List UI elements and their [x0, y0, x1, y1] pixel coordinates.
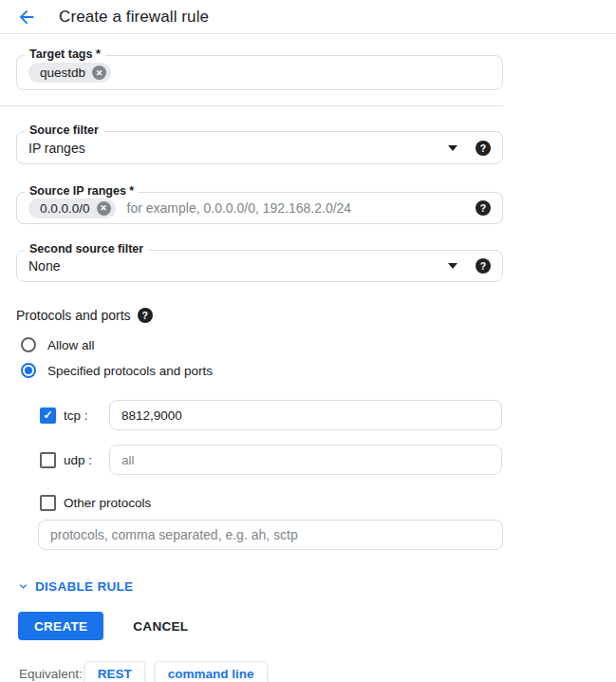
- close-icon: ✕: [96, 68, 103, 78]
- rest-button[interactable]: REST: [84, 661, 145, 682]
- source-filter-select[interactable]: Source filter IP ranges ?: [16, 131, 503, 164]
- action-buttons: CREATE CANCEL: [18, 612, 503, 640]
- target-tags-label: Target tags *: [25, 47, 105, 61]
- source-filter-value: IP ranges: [28, 141, 85, 156]
- source-filter-label: Source filter: [25, 123, 103, 137]
- tcp-label: tcp :: [64, 408, 109, 423]
- page-title: Create a firewall rule: [59, 8, 209, 27]
- chevron-down-icon: [448, 145, 457, 151]
- source-ip-placeholder: for example, 0.0.0.0/0, 192.168.2.0/24: [127, 200, 352, 216]
- other-protocols-input[interactable]: [38, 520, 503, 550]
- radio-specified-protocols[interactable]: Specified protocols and ports: [21, 359, 503, 382]
- udp-row: udp :: [40, 445, 503, 475]
- tcp-checkbox[interactable]: ✓: [40, 407, 56, 424]
- other-protocols-checkbox[interactable]: [40, 495, 56, 511]
- target-tags-field[interactable]: Target tags * questdb ✕: [16, 55, 503, 90]
- equivalent-row: Equivalent: REST command line: [19, 661, 503, 682]
- tcp-ports-input[interactable]: [109, 400, 502, 430]
- radio-button-icon[interactable]: [21, 337, 36, 352]
- disable-rule-toggle[interactable]: DISABLE RULE: [16, 579, 133, 594]
- radio-button-selected-icon[interactable]: [21, 363, 36, 378]
- target-tag-chip: questdb ✕: [28, 63, 111, 83]
- source-ip-chip: 0.0.0.0/0 ✕: [28, 199, 116, 218]
- checkmark-icon: ✓: [43, 409, 52, 421]
- page-header: Create a firewall rule: [0, 0, 616, 34]
- source-ip-chip-text: 0.0.0.0/0: [40, 201, 90, 216]
- second-source-filter-help-icon[interactable]: ?: [476, 258, 491, 274]
- source-ip-help-icon[interactable]: ?: [476, 200, 491, 216]
- radio-specified-protocols-label: Specified protocols and ports: [47, 364, 213, 378]
- source-filter-help-icon[interactable]: ?: [476, 141, 491, 156]
- protocols-help-icon[interactable]: ?: [138, 308, 153, 323]
- back-button[interactable]: [14, 5, 39, 29]
- udp-ports-input[interactable]: [109, 445, 502, 475]
- second-source-filter-select[interactable]: Second source filter None ?: [16, 250, 503, 282]
- tcp-row: ✓ tcp :: [40, 400, 503, 430]
- cancel-button[interactable]: CANCEL: [127, 618, 194, 635]
- equivalent-label: Equivalent:: [19, 667, 83, 681]
- create-button[interactable]: CREATE: [18, 612, 103, 640]
- disable-rule-label: DISABLE RULE: [35, 579, 133, 594]
- second-source-filter-value: None: [28, 258, 60, 274]
- second-source-filter-label: Second source filter: [25, 242, 148, 256]
- arrow-left-icon: [16, 7, 37, 28]
- target-tag-chip-text: questdb: [40, 66, 85, 80]
- udp-label: udp :: [64, 453, 109, 467]
- remove-ip-button[interactable]: ✕: [97, 201, 111, 216]
- udp-checkbox[interactable]: [40, 452, 56, 468]
- other-protocols-label: Other protocols: [64, 496, 151, 510]
- source-ip-ranges-label: Source IP ranges *: [25, 184, 139, 198]
- chevron-down-icon: [448, 263, 457, 269]
- radio-allow-all-label: Allow all: [47, 338, 95, 352]
- chevron-down-icon: [16, 579, 30, 594]
- close-icon: ✕: [100, 203, 107, 213]
- command-line-button[interactable]: command line: [155, 661, 268, 682]
- section-divider: [0, 105, 503, 106]
- protocols-and-ports-heading: Protocols and ports ?: [16, 308, 503, 323]
- radio-allow-all[interactable]: Allow all: [21, 333, 503, 356]
- source-ip-ranges-field[interactable]: Source IP ranges * 0.0.0.0/0 ✕ for examp…: [16, 192, 503, 224]
- remove-tag-button[interactable]: ✕: [92, 66, 106, 80]
- other-protocols-row: Other protocols: [40, 495, 503, 511]
